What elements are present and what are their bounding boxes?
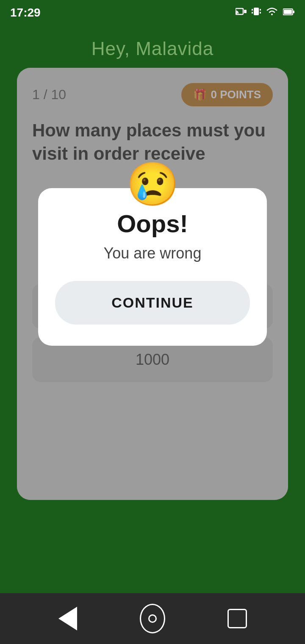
cast-icon <box>236 7 247 19</box>
modal-subtitle: You are wrong <box>55 244 250 262</box>
svg-rect-7 <box>260 12 261 14</box>
quiz-card: 1 / 10 🎁 0 POINTS How many places must y… <box>17 68 288 500</box>
svg-rect-6 <box>260 9 261 11</box>
svg-rect-5 <box>252 12 253 14</box>
vibrate-icon <box>252 6 261 19</box>
error-modal: 😢 Oops! You are wrong CONTINUE <box>38 188 267 346</box>
header: Hey, Malavida <box>0 25 305 68</box>
recents-button[interactable] <box>225 606 250 631</box>
home-icon <box>140 604 165 633</box>
svg-rect-4 <box>252 9 253 11</box>
recents-icon <box>227 609 247 628</box>
sad-emoji: 😢 <box>55 163 250 205</box>
home-button[interactable] <box>140 606 165 631</box>
battery-icon <box>283 7 295 18</box>
continue-button[interactable]: CONTINUE <box>55 281 250 325</box>
svg-rect-10 <box>293 11 294 13</box>
wifi-icon <box>266 7 278 19</box>
modal-title: Oops! <box>55 209 250 238</box>
status-bar: 17:29 <box>0 0 305 25</box>
header-title: Hey, Malavida <box>92 38 214 59</box>
svg-rect-3 <box>254 8 259 15</box>
back-icon <box>58 607 77 630</box>
modal-overlay: 😢 Oops! You are wrong CONTINUE <box>17 68 288 500</box>
status-time: 17:29 <box>10 6 41 19</box>
navigation-bar <box>0 593 305 644</box>
svg-rect-9 <box>284 10 292 14</box>
svg-rect-2 <box>244 10 247 13</box>
back-button[interactable] <box>55 606 80 631</box>
status-icons <box>236 6 295 19</box>
home-icon-inner <box>148 614 157 623</box>
